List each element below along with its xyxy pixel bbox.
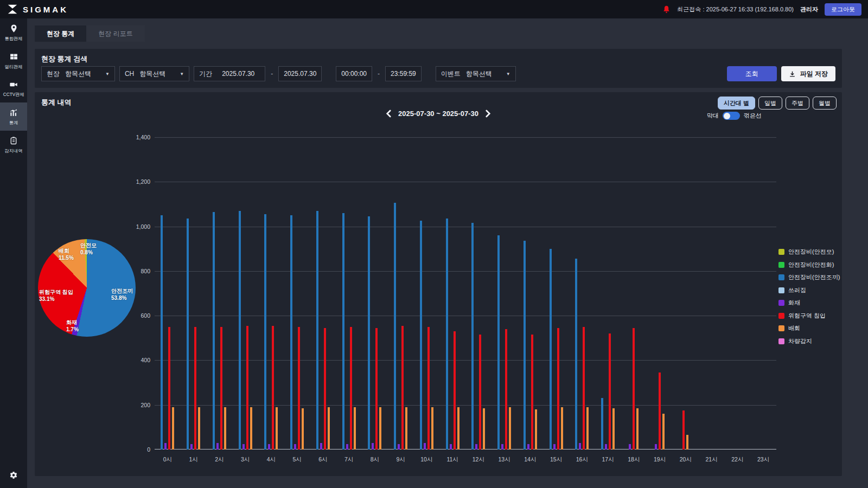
time-from-field[interactable]: 00:00:00 [341, 70, 367, 78]
sidebar-item-멀티관제[interactable]: 멀티관제 [0, 47, 27, 75]
bar-배회 [686, 435, 688, 450]
pie-label-안전조끼: 안전조끼 53.8% [111, 287, 133, 301]
bar-안전장비(안전조끼) [187, 219, 189, 450]
bar-안전장비(안전조끼) [497, 235, 500, 450]
legend-label: 위험구역 침입 [788, 312, 826, 320]
time-to-box[interactable]: 23:59:59 [385, 66, 422, 81]
bar-안전장비(안전조끼) [471, 223, 474, 450]
file-save-button[interactable]: 파일 저장 [781, 66, 835, 81]
search-panel-title: 현장 통계 검색 [41, 54, 87, 64]
bar-안전장비(안전조끼) [290, 215, 292, 450]
date-to-box[interactable]: 2025.07.30 [278, 66, 322, 81]
bar-배회 [198, 407, 200, 450]
bar-group-16시 [569, 137, 595, 450]
bar-group-15시 [543, 137, 569, 450]
pie-label-화재: 화재 1.7% [66, 319, 79, 333]
legend-swatch [778, 338, 784, 344]
bar-배회 [457, 407, 459, 450]
bar-위험구역 침입 [659, 373, 661, 450]
bar-배회 [483, 408, 485, 450]
date-from-field[interactable]: 2025.07.30 [216, 68, 260, 79]
bar-화재 [450, 444, 452, 450]
bar-위험구역 침입 [609, 333, 611, 450]
x-tick-label: 21시 [699, 456, 725, 464]
bar-위험구역 침입 [324, 328, 326, 450]
x-tick-label: 1시 [181, 456, 207, 464]
sidebar-item-label: 통합관제 [4, 36, 22, 42]
alarm-bell-icon[interactable] [662, 5, 671, 14]
channel-select[interactable]: CH 항목선택 ▼ [119, 66, 189, 81]
bar-안전장비(안전조끼) [446, 219, 448, 450]
bar-배회 [612, 408, 615, 450]
channel-value: 항목선택 [139, 69, 165, 79]
bar-화재 [216, 443, 219, 450]
bar-배회 [431, 407, 433, 450]
legend-label: 안전장비(안전화) [788, 261, 834, 269]
bar-위험구역 침입 [298, 327, 300, 450]
tab-현장 통계[interactable]: 현장 통계 [35, 25, 86, 42]
sidebar-item-CCTV관제[interactable]: CCTV관제 [0, 75, 27, 102]
x-tick-label: 13시 [492, 456, 518, 464]
sidebar-item-감지내역[interactable]: 감지내역 [0, 131, 27, 159]
event-value: 항목선택 [466, 69, 492, 79]
sidebar-item-통합관제[interactable]: 통합관제 [0, 18, 27, 47]
legend-swatch [778, 249, 784, 255]
sidebar-item-통계[interactable]: 통계 [0, 102, 27, 131]
x-tick-label: 6시 [310, 456, 336, 464]
x-tick-label: 18시 [621, 456, 647, 464]
bar-위험구역 침입 [633, 328, 635, 450]
tab-현장 리포트[interactable]: 현장 리포트 [86, 25, 144, 42]
bar-안전장비(안전조끼) [368, 216, 370, 450]
time-to-field[interactable]: 23:59:59 [391, 70, 416, 78]
bar-위험구역 침입 [272, 326, 274, 450]
bar-화재 [242, 444, 245, 450]
event-select[interactable]: 이벤트 항목선택 ▼ [436, 66, 516, 81]
bar-group-13시 [492, 137, 518, 450]
bar-배회 [405, 407, 407, 450]
x-tick-label: 14시 [518, 456, 544, 464]
date-to-field[interactable]: 2025.07.30 [284, 70, 316, 78]
location-pin-icon [9, 24, 18, 33]
site-value: 항목선택 [65, 69, 91, 79]
y-tick-label: 400 [129, 357, 150, 363]
legend-swatch [778, 287, 784, 293]
bar-안전장비(안전조끼) [342, 213, 344, 450]
legend-item-위험구역 침입: 위험구역 침입 [778, 312, 840, 320]
x-tick-label: 16시 [569, 456, 595, 464]
bar-배회 [586, 407, 589, 450]
bar-안전장비(안전조끼) [524, 241, 526, 450]
legend-item-안전장비(안전조끼): 안전장비(안전조끼) [778, 273, 840, 281]
bar-화재 [346, 444, 348, 450]
gear-icon [9, 471, 18, 480]
bar-안전장비(안전조끼) [601, 398, 603, 450]
bar-group-0시 [155, 137, 181, 450]
bar-group-4시 [258, 137, 284, 450]
legend-swatch [778, 325, 784, 331]
camera-icon [9, 80, 18, 89]
x-tick-label: 23시 [750, 456, 776, 464]
bar-배회 [535, 409, 537, 450]
bar-안전장비(안전조끼) [239, 211, 241, 450]
legend-swatch [778, 300, 784, 306]
site-select[interactable]: 현장 항목선택 ▼ [41, 66, 115, 81]
clipboard-icon [9, 136, 18, 145]
pie-label-배회: 배회 11.5% [59, 247, 74, 261]
time-from-box[interactable]: 00:00:00 [336, 66, 372, 81]
bar-배회 [379, 407, 381, 450]
bar-화재 [398, 444, 400, 450]
settings-button[interactable] [0, 463, 27, 488]
logout-button[interactable]: 로그아웃 [825, 3, 861, 16]
chart-legend: 안전장비(안전모)안전장비(안전화)안전장비(안전조끼)쓰러짐화재위험구역 침입… [778, 248, 840, 345]
brand: SIGMAK [7, 3, 68, 15]
y-tick-label: 1,400 [129, 134, 150, 140]
time-separator: - [376, 70, 381, 78]
bar-안전장비(안전조끼) [420, 221, 422, 450]
stats-panel: 통계 내역 시간대 별일별주별월별 막대 꺾은선 2025-07-30 ~ 20… [35, 92, 842, 476]
bar-화재 [320, 443, 322, 450]
bar-화재 [655, 444, 657, 450]
chevron-down-icon: ▼ [506, 72, 510, 76]
search-button[interactable]: 조회 [727, 66, 777, 81]
bar-배회 [561, 407, 563, 450]
legend-item-차량감지: 차량감지 [778, 337, 840, 345]
bar-group-19시 [647, 137, 673, 450]
